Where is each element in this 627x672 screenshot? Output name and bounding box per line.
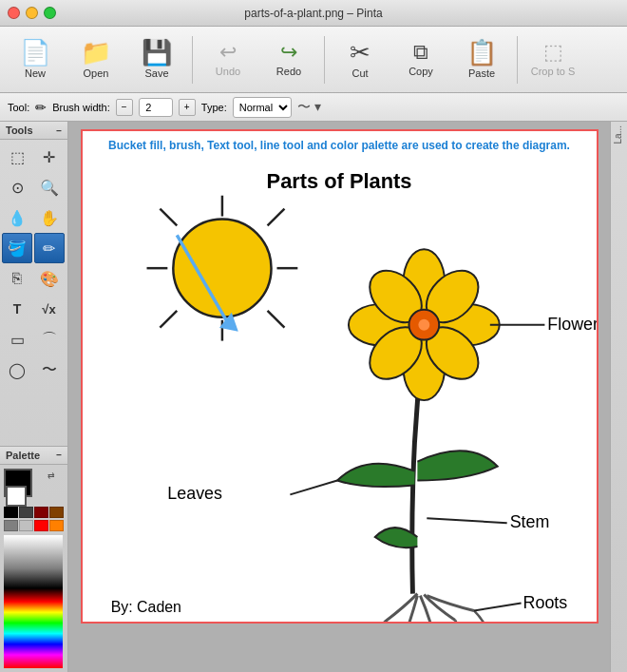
tool-ellipse[interactable]: ◯ — [2, 355, 32, 385]
tool-options-bar: Tool: ✏ Brush width: − + Type: Normal Fl… — [0, 93, 627, 122]
tools-grid: ⬚ ✛ ⊙ 🔍 💧 ✋ 🪣 ✏ ⎘ 🎨 T √x ▭ ⌒ ◯ 〜 — [0, 140, 67, 387]
tools-collapse-icon[interactable]: − — [56, 125, 62, 136]
open-label: Open — [84, 67, 109, 79]
svg-line-6 — [267, 311, 284, 328]
brush-type-select[interactable]: Normal Flat Round — [233, 97, 292, 118]
save-icon: 💾 — [142, 40, 172, 65]
brush-width-input[interactable] — [139, 98, 173, 117]
toolbar-sep-1 — [192, 36, 193, 84]
toolbar-sep-3 — [517, 36, 518, 84]
crop-button[interactable]: ⬚ Crop to S — [523, 31, 582, 88]
layers-label: La... — [611, 122, 625, 147]
tools-label: Tools — [6, 125, 33, 136]
save-button[interactable]: 💾 Save — [127, 31, 186, 88]
annotation-text: Bucket fill, brush, Text tool, line tool… — [83, 131, 597, 160]
color-red[interactable] — [34, 507, 48, 518]
new-button[interactable]: 📄 New — [6, 31, 65, 88]
paste-label: Paste — [468, 67, 495, 79]
close-button[interactable] — [8, 7, 20, 19]
minimize-button[interactable] — [26, 7, 38, 19]
paste-icon: 📋 — [466, 40, 497, 65]
right-panel: La... — [610, 122, 627, 672]
color-brgorange[interactable] — [49, 520, 64, 531]
svg-line-2 — [267, 209, 284, 226]
window-title: parts-of-a-plant.png – Pinta — [244, 7, 382, 20]
tool-colorpick[interactable]: 💧 — [2, 202, 32, 233]
copy-button[interactable]: ⧉ Copy — [391, 31, 450, 88]
swap-colors[interactable]: ⇄ — [48, 470, 55, 503]
crop-label: Crop to S — [531, 66, 575, 77]
tool-formula[interactable]: √x — [34, 294, 65, 324]
brush-width-decrease[interactable]: − — [116, 99, 133, 116]
copy-icon: ⧉ — [413, 42, 428, 63]
window-controls[interactable] — [8, 7, 56, 19]
stem-label-line — [427, 518, 506, 523]
color-brgred[interactable] — [34, 520, 48, 531]
cut-icon: ✂ — [350, 40, 370, 65]
tool-pencil[interactable]: ✏ — [34, 233, 65, 263]
background-color[interactable] — [6, 486, 27, 507]
undo-icon: ↩ — [219, 42, 237, 63]
brush-width-increase[interactable]: + — [179, 99, 196, 116]
tool-pan[interactable]: ✋ — [34, 202, 65, 233]
palette-colors: ⇄ — [0, 465, 67, 672]
color-mgray[interactable] — [4, 520, 18, 531]
tool-freeform[interactable]: ⌒ — [34, 324, 65, 355]
tool-recolor[interactable]: 🎨 — [34, 263, 65, 294]
brush-width-label: Brush width: — [52, 102, 110, 113]
color-dgray[interactable] — [19, 507, 33, 518]
author-label: By: Caden — [110, 599, 180, 615]
color-black[interactable] — [4, 507, 18, 518]
palette-collapse-icon[interactable]: − — [56, 450, 62, 461]
sun-circle — [173, 220, 271, 317]
tool-paintbucket[interactable]: 🪣 — [2, 233, 32, 263]
redo-button[interactable]: ↪ Redo — [259, 31, 318, 88]
redo-label: Redo — [276, 66, 301, 77]
roots-label: Roots — [522, 593, 567, 612]
svg-line-0 — [160, 209, 177, 226]
redo-icon: ↪ — [280, 42, 297, 63]
left-leaf — [337, 464, 414, 487]
color-orange[interactable] — [49, 507, 64, 518]
color-lgray[interactable] — [19, 520, 33, 531]
main-toolbar: 📄 New 📁 Open 💾 Save ↩ Undo ↪ Redo ✂ Cut … — [0, 27, 627, 93]
tool-rectangle-select[interactable]: ⬚ — [2, 142, 32, 172]
tool-text[interactable]: T — [2, 294, 32, 324]
type-label: Type: — [201, 102, 227, 113]
paste-button[interactable]: 📋 Paste — [452, 31, 511, 88]
tool-rectangle[interactable]: ▭ — [2, 324, 32, 355]
maximize-button[interactable] — [44, 7, 56, 19]
canvas-area[interactable]: Bucket fill, brush, Text tool, line tool… — [68, 122, 610, 672]
tool-freehand[interactable]: 〜 — [34, 355, 65, 385]
new-icon: 📄 — [20, 40, 50, 65]
color-gradient-strip[interactable] — [4, 535, 63, 668]
new-label: New — [25, 67, 46, 79]
plant-diagram-svg: Parts of Plants — [83, 160, 597, 622]
tool-lasso[interactable]: ⊙ — [2, 172, 32, 202]
diagram-title: Parts of Plants — [266, 169, 411, 193]
cut-label: Cut — [352, 67, 368, 79]
color-row-1 — [4, 507, 64, 518]
undo-button[interactable]: ↩ Undo — [199, 31, 257, 88]
tools-header: Tools − — [0, 122, 67, 140]
pencil-tool-icon: ✏ — [35, 100, 47, 115]
copy-label: Copy — [408, 66, 433, 77]
leaves-label-line — [290, 480, 337, 494]
palette-section: Palette − ⇄ — [0, 446, 67, 672]
svg-point-9 — [418, 319, 429, 331]
path-icon: 〜 ▾ — [297, 99, 321, 116]
color-row-2 — [4, 520, 64, 531]
main-area: Tools − ⬚ ✛ ⊙ 🔍 💧 ✋ 🪣 ✏ ⎘ 🎨 T √x ▭ ⌒ — [0, 122, 627, 672]
tool-move[interactable]: ✛ — [34, 142, 65, 172]
left-toolbar: Tools − ⬚ ✛ ⊙ 🔍 💧 ✋ 🪣 ✏ ⎘ 🎨 T √x ▭ ⌒ — [0, 122, 68, 672]
open-button[interactable]: 📁 Open — [66, 31, 125, 88]
tool-label: Tool: — [8, 102, 29, 113]
tool-zoom[interactable]: 🔍 — [34, 172, 65, 202]
toolbar-sep-2 — [324, 36, 325, 84]
svg-line-4 — [160, 311, 177, 328]
roots-label-line — [473, 604, 521, 611]
tool-clone[interactable]: ⎘ — [2, 263, 32, 294]
leaves-label: Leaves — [167, 484, 222, 503]
cut-button[interactable]: ✂ Cut — [331, 31, 390, 88]
open-icon: 📁 — [81, 40, 111, 65]
